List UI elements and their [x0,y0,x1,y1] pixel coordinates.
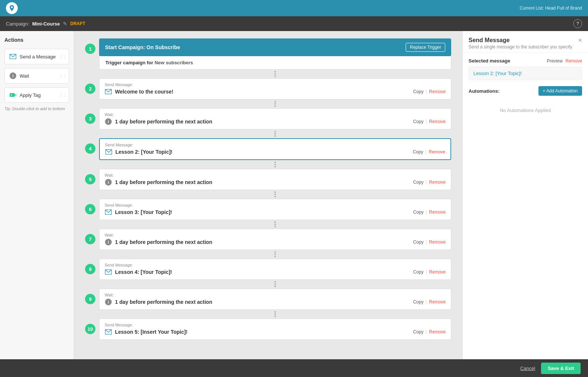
wait-icon: i [9,72,17,79]
remove-step-button[interactable]: Remove [429,210,446,215]
cancel-button[interactable]: Cancel [520,366,535,371]
right-panel-title: Send Message [469,37,572,44]
remove-step-button[interactable]: Remove [429,180,446,185]
remove-step-button[interactable]: Remove [429,89,446,94]
step-3-wrapper: 3Wait: i 1 day before performing the nex… [85,108,451,129]
remove-step-button[interactable]: Remove [429,299,446,305]
step-8-content: Send Message: Lesson 4: [Your Topic]! Co… [99,259,451,280]
footer: Cancel Save & Exit [0,359,588,377]
connector [99,220,451,229]
step-5-card[interactable]: Wait: i 1 day before performing the next… [99,169,451,190]
step-9-card[interactable]: Wait: i 1 day before performing the next… [99,289,451,310]
copy-step-button[interactable]: Copy [413,119,423,124]
app-logo[interactable] [6,2,18,14]
remove-step-button[interactable]: Remove [429,240,446,245]
step-card-header: Send Message: [105,143,445,147]
step-card-title: Lesson 4: [Your Topic]! [115,269,172,275]
step-card-title: Lesson 3: [Your Topic]! [115,209,172,215]
step-10-card[interactable]: Send Message: Lesson 5: [Insert Your Top… [99,319,451,340]
step-card-title: Lesson 2: [Your Topic]! [115,149,172,155]
step-2-number: 2 [85,84,95,94]
remove-step-button[interactable]: Remove [429,119,446,124]
step-9-wrapper: 9Wait: i 1 day before performing the nex… [85,289,451,310]
wait-step-icon: i [105,298,112,306]
wait-step-icon: i [105,118,112,125]
copy-step-button[interactable]: Copy [413,149,423,154]
step-7-number: 7 [85,234,95,244]
step-card-title: Welcome to the course! [115,89,173,95]
step-card-actions: Copy | Remove [413,180,446,185]
step-card-title-row: i 1 day before performing the next actio… [105,298,212,306]
remove-step-button[interactable]: Remove [429,149,445,154]
top-nav: Current List: Head Full of Brand [0,0,588,16]
step-card-title-row: Welcome to the course! [105,88,173,95]
steps-container: 2Send Message: Welcome to the course! Co… [85,69,451,340]
selected-message-actions: Preview Remove [547,58,582,64]
step-2-content: Send Message: Welcome to the course! Cop… [99,78,451,99]
canvas: 1 Start Campaign: On Subscribe Replace T… [74,31,462,359]
help-button[interactable]: ? [573,19,582,28]
sidebar-item-apply-tag[interactable]: Apply Tag ⋮⋮ [4,87,69,103]
step-card-title: 1 day before performing the next action [115,299,212,305]
edit-campaign-icon[interactable]: ✎ [63,21,67,27]
step-card-title-row: i 1 day before performing the next actio… [105,179,212,186]
step-card-body: Lesson 5: [Insert Your Topic]! Copy | Re… [105,328,446,336]
step-7-content: Wait: i 1 day before performing the next… [99,229,451,250]
copy-step-button[interactable]: Copy [413,299,423,305]
selected-message-header: Selected message Preview Remove [469,58,582,64]
step-3-content: Wait: i 1 day before performing the next… [99,108,451,129]
step-3-number: 3 [85,113,95,124]
copy-step-button[interactable]: Copy [413,329,423,334]
selected-message-value[interactable]: Lesson 2: [Your Topic]! [469,67,582,80]
step-4-card[interactable]: Send Message: Lesson 2: [Your Topic]! Co… [99,138,451,160]
selected-message-section: Selected message Preview Remove Lesson 2… [469,58,582,80]
step-card-actions: Copy | Remove [413,119,446,124]
step-6-card[interactable]: Send Message: Lesson 3: [Your Topic]! Co… [99,199,451,220]
add-automation-button[interactable]: + Add Automation [538,86,582,96]
step-card-title: 1 day before performing the next action [115,119,212,125]
copy-step-button[interactable]: Copy [413,180,423,185]
start-campaign-label: Start Campaign: On Subscribe [105,44,180,50]
automations-header: Automations: + Add Automation [469,86,582,96]
sidebar-item-send-message[interactable]: Send a Message ⋮⋮ [4,49,69,64]
preview-link[interactable]: Preview [547,58,563,64]
close-panel-button[interactable]: × [578,37,582,44]
envelope-icon [9,53,17,60]
step-10-number: 10 [85,324,95,334]
step-card-body: Lesson 2: [Your Topic]! Copy | Remove [105,148,445,156]
campaign-name: Mini-Course [32,21,60,27]
step-10-wrapper: 10Send Message: Lesson 5: [Insert Your T… [85,319,451,340]
right-panel-body: Selected message Preview Remove Lesson 2… [463,53,588,359]
copy-step-button[interactable]: Copy [413,89,423,94]
replace-trigger-button[interactable]: Replace Trigger [406,43,445,52]
send-message-step-icon [105,208,112,216]
step-card-title: 1 day before performing the next action [115,179,212,185]
apply-tag-label: Apply Tag [20,92,64,98]
copy-step-button[interactable]: Copy [413,269,423,275]
send-message-step-icon [105,88,112,95]
copy-step-button[interactable]: Copy [413,240,423,245]
connector [99,250,451,259]
step-card-actions: Copy | Remove [413,299,446,305]
step-card-header: Wait: [105,293,446,297]
automations-label: Automations: [469,88,500,94]
step-7-card[interactable]: Wait: i 1 day before performing the next… [99,229,451,250]
save-exit-button[interactable]: Save & Exit [541,363,581,374]
step-3-card[interactable]: Wait: i 1 day before performing the next… [99,108,451,129]
copy-step-button[interactable]: Copy [413,210,423,215]
sidebar-item-wait[interactable]: i Wait ⋮⋮ [4,68,69,84]
step-card-header: Send Message: [105,323,446,327]
step-8-number: 8 [85,264,95,274]
remove-link[interactable]: Remove [565,58,582,64]
sub-nav: Campaign: Mini-Course ✎ DRAFT ? [0,16,588,31]
step-2-card[interactable]: Send Message: Welcome to the course! Cop… [99,78,451,99]
step-8-card[interactable]: Send Message: Lesson 4: [Your Topic]! Co… [99,259,451,280]
remove-step-button[interactable]: Remove [429,329,446,334]
step-card-header: Send Message: [105,203,446,207]
step-card-title: 1 day before performing the next action [115,239,212,245]
remove-step-button[interactable]: Remove [429,269,446,275]
connector [99,99,451,108]
step-card-actions: Copy | Remove [413,149,445,154]
selected-message-label: Selected message [469,58,510,64]
connector [99,190,451,199]
